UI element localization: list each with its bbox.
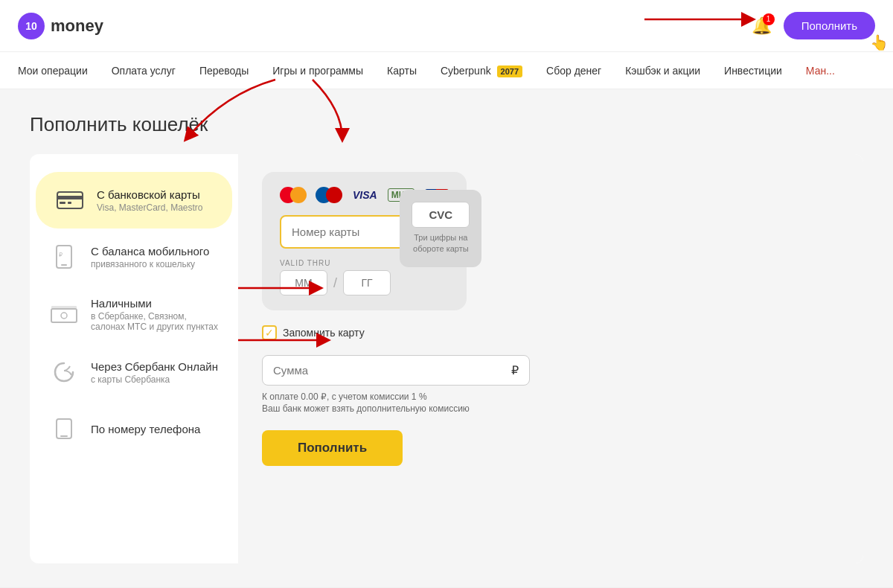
nav-item-cyberpunk[interactable]: Cyberpunk 2077	[441, 65, 522, 77]
page-title: Пополнить кошелёк	[30, 113, 863, 136]
mc-orange-circle	[290, 187, 307, 203]
bank-card-text: С банковской карты Visa, MasterCard, Mae…	[97, 188, 203, 213]
remember-card-checkbox[interactable]: ✓	[262, 325, 277, 340]
svg-rect-8	[51, 309, 77, 322]
nav-item-more[interactable]: Ман...	[806, 65, 835, 77]
cash-text: Наличными в Сбербанке, Связном, салонах …	[91, 297, 220, 332]
bank-card-subtitle: Visa, MasterCard, Maestro	[97, 202, 203, 213]
date-separator: /	[333, 275, 337, 291]
nav-item-cards[interactable]: Карты	[387, 65, 417, 77]
cvc-label: CVC	[412, 202, 470, 228]
sberbank-text: Через Сбербанк Онлайн с карты Сбербанка	[91, 360, 218, 385]
notification-bell[interactable]: 🔔 1	[752, 16, 772, 36]
sberbank-subtitle: с карты Сбербанка	[91, 374, 218, 385]
method-phone[interactable]: По номеру телефона	[30, 400, 238, 457]
sberbank-title: Через Сбербанк Онлайн	[91, 360, 218, 373]
nav-item-investments[interactable]: Инвестиции	[724, 65, 782, 77]
remember-card[interactable]: ✓ Запомнить карту	[262, 325, 839, 340]
topup-header-button[interactable]: Пополнить	[784, 12, 875, 39]
bank-card-icon	[54, 184, 86, 217]
svg-rect-12	[60, 435, 68, 437]
svg-rect-2	[57, 196, 83, 199]
checkmark-icon: ✓	[265, 327, 274, 339]
method-sberbank[interactable]: Через Сбербанк Онлайн с карты Сбербанка	[30, 344, 238, 400]
amount-input[interactable]	[273, 364, 511, 377]
phone-text: По номеру телефона	[91, 423, 200, 435]
logo-text: money	[51, 16, 103, 36]
nav: Мои операции Оплата услуг Переводы Игры …	[0, 52, 893, 89]
svg-text:₽: ₽	[59, 252, 63, 258]
method-cash[interactable]: Наличными в Сбербанке, Связном, салонах …	[30, 285, 238, 344]
bank-card-title: С банковской карты	[97, 188, 203, 201]
main-content: Пополнить кошелёк С банковской карты Vis…	[0, 89, 893, 587]
date-inputs: /	[280, 270, 449, 295]
phone-title: По номеру телефона	[91, 423, 200, 435]
payment-info-line1: К оплате 0.00 ₽, с учетом комиссии 1 %	[262, 392, 530, 402]
nav-item-transfers[interactable]: Переводы	[199, 65, 249, 77]
svg-rect-3	[60, 202, 65, 204]
mobile-icon: ₽	[48, 240, 80, 273]
method-mobile[interactable]: ₽ С баланса мобильного привязанного к ко…	[30, 229, 238, 285]
svg-rect-6	[61, 264, 67, 266]
methods-panel: С банковской карты Visa, MasterCard, Mae…	[30, 154, 238, 563]
logo-icon: 10	[18, 13, 45, 39]
sberbank-icon	[48, 356, 80, 389]
maestro-logo	[316, 187, 342, 203]
amount-input-wrapper: ₽	[262, 355, 530, 386]
svg-rect-1	[57, 192, 83, 208]
currency-sign: ₽	[511, 363, 519, 377]
cash-subtitle: в Сбербанке, Связном, салонах МТС и друг…	[91, 311, 220, 332]
visa-logo: VISA	[353, 189, 377, 201]
cvc-hint: Три цифры на обороте карты	[412, 232, 470, 255]
amount-section: ₽ К оплате 0.00 ₽, с учетом комиссии 1 %…	[262, 355, 839, 414]
remember-card-label: Запомнить карту	[283, 327, 365, 339]
header: 10 money 🔔 1 Пополнить 👆	[0, 0, 893, 52]
cash-icon	[48, 298, 80, 331]
month-input[interactable]	[280, 270, 327, 295]
cvc-section: CVC Три цифры на обороте карты	[400, 190, 481, 267]
nav-item-fundraising[interactable]: Сбор денег	[546, 65, 601, 77]
topup-main-button[interactable]: Пополнить	[262, 430, 403, 466]
phone-icon	[48, 412, 80, 445]
svg-point-10	[61, 313, 67, 319]
mastercard-logo	[280, 187, 307, 203]
svg-rect-9	[51, 306, 77, 309]
nav-item-operations[interactable]: Мои операции	[18, 65, 88, 77]
nav-item-cashback[interactable]: Кэшбэк и акции	[625, 65, 700, 77]
method-bank-card[interactable]: С банковской карты Visa, MasterCard, Mae…	[36, 172, 232, 229]
nav-item-services[interactable]: Оплата услуг	[112, 65, 176, 77]
mobile-text: С баланса мобильного привязанного к коше…	[91, 245, 209, 269]
header-right: 🔔 1 Пополнить 👆	[752, 12, 875, 39]
year-input[interactable]	[343, 270, 391, 295]
mobile-subtitle: привязанного к кошельку	[91, 259, 209, 269]
form-panel: VISA МИР JCB VALID THRU /	[238, 154, 863, 563]
payment-info-line2: Ваш банк может взять дополнительную коми…	[262, 403, 530, 414]
notification-badge: 1	[763, 13, 775, 25]
svg-rect-4	[68, 202, 71, 204]
nav-item-games[interactable]: Игры и программы	[272, 65, 363, 77]
content-area: С банковской карты Visa, MasterCard, Mae…	[30, 154, 863, 563]
cash-title: Наличными	[91, 297, 220, 310]
mobile-title: С баланса мобильного	[91, 245, 209, 258]
logo: 10 money	[18, 13, 103, 39]
cyberpunk-badge: 2077	[497, 65, 522, 77]
amount-info: К оплате 0.00 ₽, с учетом комиссии 1 % В…	[262, 392, 530, 414]
